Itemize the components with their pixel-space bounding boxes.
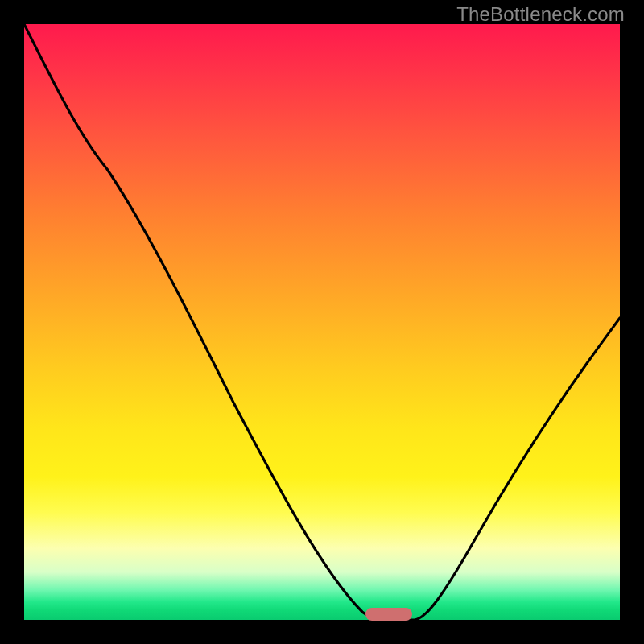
bottleneck-curve	[24, 24, 620, 620]
bottleneck-marker	[365, 608, 412, 621]
chart-frame: TheBottleneck.com	[0, 0, 644, 644]
curve-path	[24, 24, 620, 620]
watermark-text: TheBottleneck.com	[456, 3, 625, 26]
plot-area	[24, 24, 620, 620]
